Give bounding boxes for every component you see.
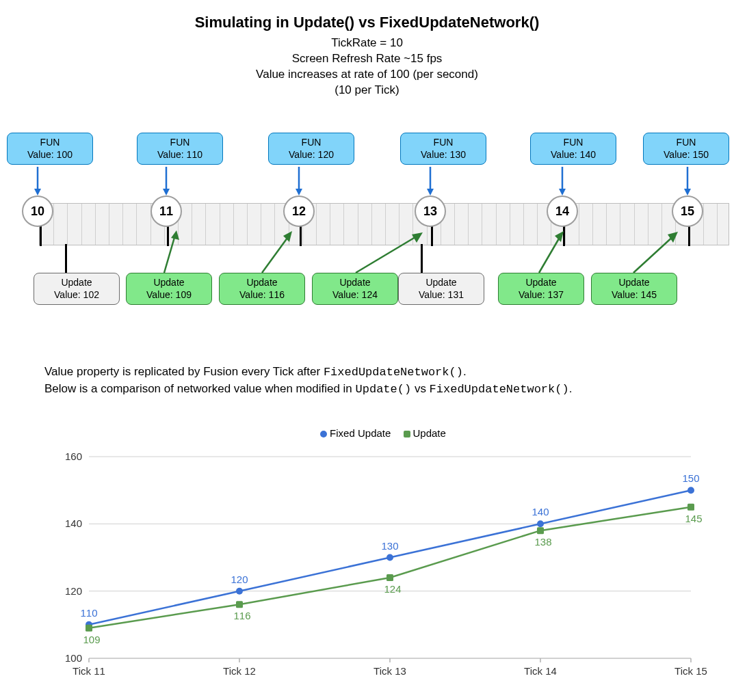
line-chart: 100120140160Tick 11Tick 12Tick 13Tick 14…: [55, 443, 711, 686]
fun-box-2: FUN Value: 120: [268, 133, 354, 165]
svg-text:109: 109: [83, 634, 100, 645]
subtitle-line-3: Value increases at rate of 100 (per seco…: [256, 68, 478, 81]
svg-marker-9: [559, 189, 566, 196]
svg-text:124: 124: [384, 583, 401, 595]
update-box-1: Update Value: 109: [126, 273, 212, 305]
explanation-text: Value property is replicated by Fusion e…: [44, 364, 572, 398]
tick-number: 12: [292, 204, 306, 219]
subtitle-line-4: (10 per Tick): [335, 83, 399, 96]
code-text: FixedUpdateNetwork(): [430, 383, 569, 396]
explain-1a: Value property is replicated by Fusion e…: [44, 365, 324, 378]
arrow-down-icon: [33, 165, 42, 190]
tick-circle-15: 15: [672, 196, 703, 227]
update-box-6: Update Value: 145: [591, 273, 677, 305]
update-label: Update: [246, 277, 277, 288]
update-value: Value: 131: [419, 289, 464, 300]
fun-label: FUN: [170, 137, 190, 148]
svg-text:145: 145: [685, 513, 702, 524]
fun-value: Value: 150: [664, 149, 709, 160]
tick-number: 15: [681, 204, 694, 219]
chart-container: Fixed Update Update 100120140160Tick 11T…: [55, 427, 711, 690]
update-box-5: Update Value: 137: [498, 273, 584, 305]
svg-text:Tick 12: Tick 12: [223, 665, 256, 677]
update-label: Update: [153, 277, 184, 288]
arrow-down-icon: [294, 165, 304, 190]
fun-value: Value: 100: [27, 149, 73, 160]
update-label: Update: [525, 277, 556, 288]
svg-point-43: [236, 588, 243, 595]
svg-rect-57: [537, 527, 544, 534]
svg-rect-55: [386, 574, 393, 581]
fun-value: Value: 140: [551, 149, 596, 160]
update-label: Update: [339, 277, 370, 288]
arrow-down-icon: [558, 165, 567, 190]
update-box-2: Update Value: 116: [219, 273, 305, 305]
legend-marker-circle-icon: [320, 431, 327, 438]
fun-box-4: FUN Value: 140: [530, 133, 616, 165]
fun-label: FUN: [564, 137, 584, 148]
svg-text:110: 110: [80, 607, 97, 619]
timeline-diagram: FUN Value: 100 FUN Value: 110 FUN Value:…: [7, 133, 729, 321]
svg-text:130: 130: [381, 540, 398, 552]
svg-rect-53: [236, 601, 243, 608]
svg-text:120: 120: [65, 585, 82, 597]
fun-value: Value: 130: [421, 149, 466, 160]
update-value: Value: 124: [332, 289, 378, 300]
fun-value: Value: 110: [157, 149, 202, 160]
fun-box-3: FUN Value: 130: [400, 133, 486, 165]
update-value: Value: 109: [146, 289, 192, 300]
subtitle-line-2: Screen Refresh Rate ~15 fps: [292, 52, 443, 65]
svg-marker-1: [34, 189, 41, 196]
tick-number: 10: [31, 204, 44, 219]
svg-text:116: 116: [233, 610, 250, 621]
legend-label: Fixed Update: [330, 427, 391, 439]
legend-marker-square-icon: [404, 431, 410, 438]
arrow-down-icon: [161, 165, 171, 190]
subtitle-line-1: TickRate = 10: [331, 36, 403, 49]
tick-number: 11: [159, 204, 173, 219]
tick-circle-12: 12: [283, 196, 315, 227]
connector-line: [65, 244, 67, 273]
subtitle-block: TickRate = 10 Screen Refresh Rate ~15 fp…: [0, 36, 734, 98]
fun-label: FUN: [677, 137, 696, 148]
fun-label: FUN: [302, 137, 322, 148]
arrow-down-icon: [683, 165, 692, 190]
update-box-4: Update Value: 131: [398, 273, 484, 305]
page-title: Simulating in Update() vs FixedUpdateNet…: [0, 0, 734, 31]
arrow-down-icon: [425, 165, 435, 190]
fun-label: FUN: [40, 137, 60, 148]
svg-point-45: [386, 554, 393, 561]
svg-text:Tick 13: Tick 13: [373, 665, 406, 677]
svg-marker-11: [684, 189, 691, 196]
update-label: Update: [61, 277, 92, 288]
timeline-track: [39, 203, 729, 245]
svg-text:Tick 11: Tick 11: [73, 665, 105, 677]
connector-line: [421, 244, 423, 273]
update-box-0: Update Value: 102: [34, 273, 120, 305]
fun-value: Value: 120: [289, 149, 334, 160]
svg-text:Tick 14: Tick 14: [524, 665, 557, 677]
explain-2c: vs: [411, 382, 429, 395]
update-value: Value: 137: [519, 289, 564, 300]
tick-number: 13: [423, 204, 437, 219]
svg-rect-59: [687, 504, 694, 511]
code-text: Update(): [356, 383, 412, 396]
tick-circle-14: 14: [547, 196, 578, 227]
update-box-3: Update Value: 124: [312, 273, 398, 305]
svg-rect-51: [86, 625, 92, 632]
tick-circle-11: 11: [150, 196, 182, 227]
update-value: Value: 145: [612, 289, 657, 300]
svg-text:138: 138: [534, 536, 551, 548]
update-value: Value: 102: [54, 289, 99, 300]
svg-text:150: 150: [682, 472, 699, 484]
fun-box-1: FUN Value: 110: [137, 133, 223, 165]
tick-circle-13: 13: [415, 196, 446, 227]
tick-circle-10: 10: [22, 196, 53, 227]
svg-text:Tick 15: Tick 15: [674, 665, 707, 677]
explain-1c: .: [463, 365, 467, 378]
svg-text:120: 120: [231, 574, 248, 585]
svg-marker-7: [427, 189, 434, 196]
code-text: FixedUpdateNetwork(): [324, 366, 463, 379]
update-value: Value: 116: [239, 289, 285, 300]
legend-label: Update: [413, 427, 446, 439]
